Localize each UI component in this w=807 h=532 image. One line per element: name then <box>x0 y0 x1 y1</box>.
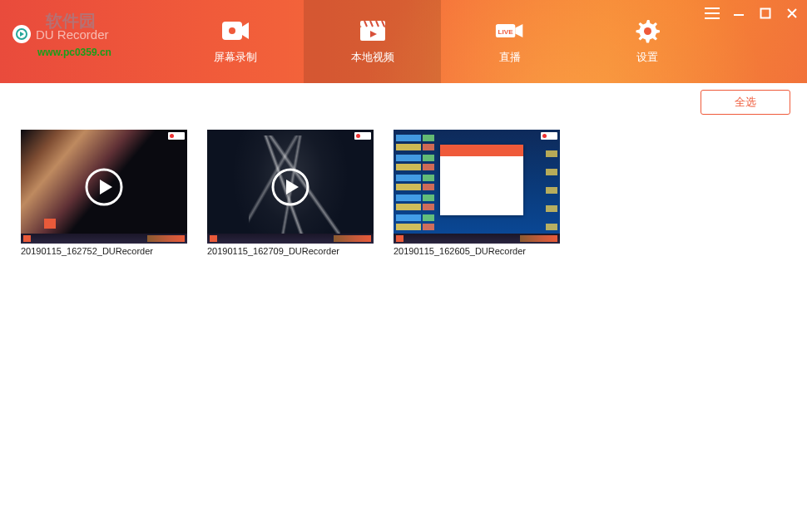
toolbar: 全选 <box>0 83 807 121</box>
thumbnail-taskbar <box>394 234 560 244</box>
logo-area: DU Recorder 软件园 www.pc0359.cn <box>0 0 166 83</box>
play-icon <box>458 168 496 206</box>
camera-icon <box>220 18 250 43</box>
thumbnail-taskbar <box>207 234 374 244</box>
tab-label: 直播 <box>499 50 521 65</box>
video-thumbnail <box>394 130 560 244</box>
thumbnail-taskbar <box>21 234 187 244</box>
clapperboard-icon <box>358 18 388 43</box>
play-icon <box>271 168 309 206</box>
tab-screen-record[interactable]: 屏幕录制 <box>166 0 304 83</box>
tab-local-video[interactable]: 本地视频 <box>304 0 441 83</box>
video-grid: 20190115_162752_DURecorder 20190115_1627… <box>0 121 807 264</box>
window-controls <box>704 5 800 22</box>
watermark-url: www.pc0359.cn <box>37 47 166 58</box>
video-filename: 20190115_162752_DURecorder <box>21 246 187 256</box>
svg-point-7 <box>644 27 651 35</box>
minimize-button[interactable] <box>730 5 747 22</box>
tab-label: 本地视频 <box>351 50 394 65</box>
svg-rect-8 <box>761 9 770 18</box>
video-item[interactable]: 20190115_162605_DURecorder <box>394 130 560 256</box>
rec-badge-icon <box>354 132 371 140</box>
tab-label: 设置 <box>636 50 658 65</box>
app-logo-icon <box>12 25 31 43</box>
maximize-button[interactable] <box>757 5 774 22</box>
video-filename: 20190115_162709_DURecorder <box>207 246 374 256</box>
video-item[interactable]: 20190115_162709_DURecorder <box>207 130 374 256</box>
close-button[interactable] <box>784 5 800 22</box>
svg-text:LIVE: LIVE <box>498 28 513 36</box>
rec-badge-icon <box>541 132 557 140</box>
select-all-button[interactable]: 全选 <box>701 90 790 115</box>
select-all-label: 全选 <box>735 95 756 110</box>
gear-icon <box>632 18 662 43</box>
hamburger-menu-icon[interactable] <box>704 5 720 22</box>
video-thumbnail <box>21 130 187 244</box>
live-icon: LIVE <box>495 18 525 43</box>
svg-point-2 <box>229 27 235 34</box>
rec-badge-icon <box>168 132 185 140</box>
watermark-text: 软件园 <box>46 10 96 32</box>
tab-live[interactable]: LIVE 直播 <box>441 0 578 83</box>
video-item[interactable]: 20190115_162752_DURecorder <box>21 130 187 256</box>
play-icon <box>85 168 123 206</box>
video-thumbnail <box>207 130 374 244</box>
app-header: DU Recorder 软件园 www.pc0359.cn 屏幕录制 本地视频 … <box>0 0 807 83</box>
tab-settings[interactable]: 设置 <box>578 0 715 83</box>
tab-label: 屏幕录制 <box>214 50 257 65</box>
video-filename: 20190115_162605_DURecorder <box>394 246 560 256</box>
